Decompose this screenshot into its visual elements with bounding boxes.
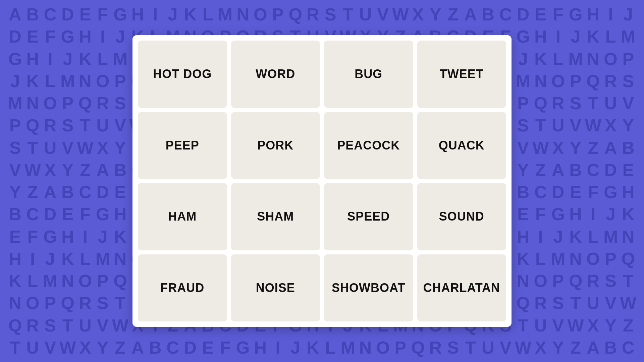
word-label-noise: NOISE	[256, 281, 295, 295]
alphabet-char: D	[94, 182, 112, 202]
alphabet-char: J	[567, 26, 585, 47]
alphabet-char: H	[585, 4, 602, 24]
alphabet-char: P	[59, 93, 77, 113]
alphabet-char: G	[59, 26, 77, 47]
word-card-sound[interactable]: SOUND	[417, 183, 506, 250]
alphabet-char: Z	[567, 338, 585, 358]
alphabet-char: T	[515, 315, 532, 336]
alphabet-char: K	[7, 271, 24, 291]
alphabet-char: R	[532, 293, 550, 313]
alphabet-char: H	[59, 227, 77, 247]
alphabet-char: L	[199, 4, 217, 24]
alphabet-char: Z	[77, 160, 94, 180]
word-card-hot-dog[interactable]: HOT DOG	[138, 41, 227, 108]
alphabet-char: P	[602, 249, 620, 269]
alphabet-char: B	[59, 182, 77, 202]
alphabet-char: O	[375, 338, 392, 358]
word-card-bug[interactable]: BUG	[324, 41, 413, 108]
word-label-ham: HAM	[168, 209, 197, 224]
alphabet-char: E	[515, 204, 532, 224]
alphabet-char: I	[77, 227, 94, 247]
alphabet-char: O	[24, 293, 42, 313]
alphabet-row: TUVWXYZABCDEFGHIJKLMNOPQRSTUVWXYZABC	[7, 338, 637, 358]
word-card-peacock[interactable]: PEACOCK	[324, 112, 413, 179]
alphabet-char: W	[392, 4, 410, 24]
alphabet-char: V	[497, 338, 515, 358]
alphabet-char: I	[532, 227, 550, 247]
alphabet-char: J	[59, 49, 77, 69]
word-card-quack[interactable]: QUACK	[417, 112, 506, 179]
word-card-charlatan[interactable]: CHARLATAN	[417, 254, 506, 322]
alphabet-char: C	[77, 182, 94, 202]
word-card-fraud[interactable]: FRAUD	[138, 254, 227, 322]
alphabet-char: Y	[602, 315, 620, 336]
alphabet-char: W	[112, 315, 129, 336]
alphabet-char: V	[94, 315, 112, 336]
card-panel: HOT DOGWORDBUGTWEETPEEPPORKPEACOCKQUACKH…	[132, 35, 512, 327]
alphabet-char: I	[24, 249, 42, 269]
alphabet-char: V	[620, 93, 637, 113]
alphabet-char: N	[7, 293, 24, 313]
word-card-sham[interactable]: SHAM	[231, 183, 320, 250]
alphabet-char: T	[112, 293, 129, 313]
alphabet-char: L	[585, 227, 602, 247]
alphabet-char: K	[567, 227, 585, 247]
alphabet-char: R	[94, 93, 112, 113]
alphabet-char: H	[252, 338, 269, 358]
alphabet-char: M	[602, 227, 620, 247]
alphabet-char: X	[77, 338, 94, 358]
word-label-sound: SOUND	[439, 209, 484, 224]
alphabet-char: M	[620, 26, 637, 47]
alphabet-char: Q	[77, 93, 94, 113]
alphabet-char: J	[602, 204, 620, 224]
word-card-pork[interactable]: PORK	[231, 112, 320, 179]
alphabet-char: F	[77, 204, 94, 224]
word-card-noise[interactable]: NOISE	[231, 254, 320, 322]
alphabet-char: S	[515, 115, 532, 135]
word-card-speed[interactable]: SPEED	[324, 183, 413, 250]
word-card-word[interactable]: WORD	[231, 41, 320, 108]
alphabet-char: A	[550, 160, 567, 180]
alphabet-char: B	[147, 338, 164, 358]
alphabet-char: N	[532, 71, 550, 91]
alphabet-char: N	[234, 4, 252, 24]
word-label-bug: BUG	[355, 67, 382, 81]
alphabet-char: J	[164, 4, 182, 24]
word-card-ham[interactable]: HAM	[138, 183, 227, 250]
alphabet-char: E	[77, 4, 94, 24]
alphabet-char: V	[7, 160, 24, 180]
alphabet-char: B	[515, 182, 532, 202]
alphabet-char: T	[59, 315, 77, 336]
alphabet-char: I	[42, 49, 59, 69]
alphabet-char: D	[602, 160, 620, 180]
alphabet-char: A	[585, 338, 602, 358]
alphabet-char: Q	[410, 338, 427, 358]
alphabet-char: X	[94, 138, 112, 158]
alphabet-char: X	[550, 138, 567, 158]
alphabet-char: H	[129, 4, 147, 24]
alphabet-char: Y	[112, 138, 129, 158]
alphabet-char: N	[585, 49, 602, 69]
alphabet-char: T	[7, 338, 24, 358]
alphabet-char: P	[620, 49, 637, 69]
alphabet-char: F	[550, 4, 567, 24]
alphabet-char: Z	[620, 315, 637, 336]
alphabet-char: J	[550, 227, 567, 247]
alphabet-char: L	[94, 49, 112, 69]
alphabet-char: M	[515, 71, 532, 91]
alphabet-char: U	[550, 115, 567, 135]
alphabet-char: Y	[567, 138, 585, 158]
alphabet-char: K	[515, 249, 532, 269]
alphabet-char: I	[550, 26, 567, 47]
alphabet-char: V	[375, 4, 392, 24]
word-card-showboat[interactable]: SHOWBOAT	[324, 254, 413, 322]
alphabet-char: K	[59, 249, 77, 269]
word-card-peep[interactable]: PEEP	[138, 112, 227, 179]
alphabet-char: D	[7, 26, 24, 47]
alphabet-char: Q	[59, 293, 77, 313]
word-label-sham: SHAM	[257, 209, 294, 224]
word-card-tweet[interactable]: TWEET	[417, 41, 506, 108]
alphabet-char: D	[59, 4, 77, 24]
alphabet-char: E	[112, 182, 129, 202]
alphabet-char: J	[515, 49, 532, 69]
